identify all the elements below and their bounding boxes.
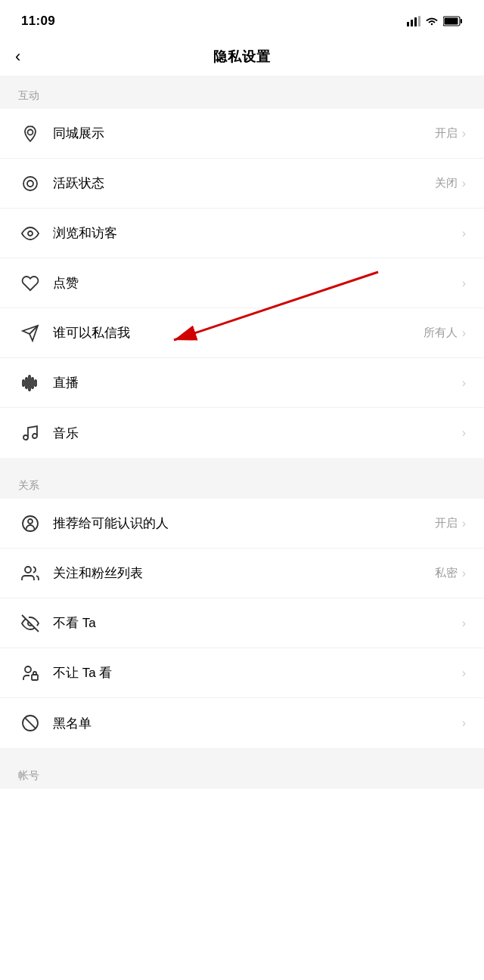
signal-icon xyxy=(407,16,420,26)
chevron-icon: › xyxy=(462,666,466,680)
sixin-label: 谁可以私信我 xyxy=(53,324,424,342)
battery-icon xyxy=(443,16,463,26)
huoyue-label: 活跃状态 xyxy=(53,175,435,192)
menu-item-tongcheng[interactable]: 同城展示 开启 › xyxy=(0,109,484,159)
svg-point-18 xyxy=(23,435,28,440)
menu-item-yinyue[interactable]: 音乐 › xyxy=(0,408,484,458)
svg-rect-14 xyxy=(26,378,27,388)
chevron-icon: › xyxy=(462,567,466,580)
svg-point-8 xyxy=(23,177,37,190)
svg-point-21 xyxy=(28,519,33,524)
chevron-icon: › xyxy=(462,277,466,290)
liulan-label: 浏览和访客 xyxy=(53,224,458,242)
bukan-label: 不看 Ta xyxy=(53,614,458,632)
page-title: 隐私设置 xyxy=(213,48,271,66)
zhibo-label: 直播 xyxy=(53,374,458,391)
menu-item-heimingdan[interactable]: 黑名单 › xyxy=(0,698,484,748)
person-lock-icon xyxy=(18,661,42,685)
burang-label: 不让 Ta 看 xyxy=(53,664,458,682)
music-icon xyxy=(18,421,42,445)
broadcast-icon xyxy=(18,371,42,395)
menu-item-guanzhu[interactable]: 关注和粉丝列表 私密 › xyxy=(0,549,484,598)
svg-rect-6 xyxy=(445,18,458,25)
guanzhu-label: 关注和粉丝列表 xyxy=(53,564,435,582)
yinyue-label: 音乐 xyxy=(53,425,458,442)
menu-item-sixin[interactable]: 谁可以私信我 所有人 › xyxy=(0,308,484,358)
huoyue-value: 关闭 xyxy=(435,176,458,190)
chevron-icon: › xyxy=(462,127,466,141)
tuijian-value: 开启 xyxy=(435,516,458,530)
bottom-section-label: 帐号 xyxy=(0,756,484,789)
svg-rect-16 xyxy=(32,378,33,388)
active-icon xyxy=(18,172,42,196)
svg-point-10 xyxy=(28,231,33,236)
menu-item-liulan[interactable]: 浏览和访客 › xyxy=(0,209,484,258)
menu-item-dianzan[interactable]: 点赞 › xyxy=(0,258,484,308)
svg-rect-3 xyxy=(418,16,420,26)
svg-rect-17 xyxy=(35,380,36,386)
eye-icon xyxy=(18,221,42,246)
chevron-icon: › xyxy=(462,517,466,530)
dianzan-label: 点赞 xyxy=(53,274,458,292)
persons-icon xyxy=(18,561,42,586)
sixin-value: 所有人 xyxy=(424,326,458,340)
section-label-guanxi: 关系 xyxy=(0,465,484,499)
menu-item-tuijian[interactable]: 推荐给可能认识的人 开启 › xyxy=(0,499,484,549)
menu-item-huoyue[interactable]: 活跃状态 关闭 › xyxy=(0,159,484,209)
status-bar: 11:09 xyxy=(0,0,484,38)
svg-line-27 xyxy=(25,718,36,728)
svg-point-19 xyxy=(33,434,37,438)
chevron-icon: › xyxy=(462,426,466,440)
svg-rect-13 xyxy=(23,380,24,386)
menu-list-guanxi: 推荐给可能认识的人 开启 › 关注和粉丝列表 私密 › xyxy=(0,499,484,748)
page-header: ‹ 隐私设置 xyxy=(0,38,484,76)
heimingdan-label: 黑名单 xyxy=(53,715,458,732)
svg-rect-0 xyxy=(407,22,409,26)
svg-point-9 xyxy=(27,181,33,187)
svg-rect-25 xyxy=(32,675,38,680)
back-button[interactable]: ‹ xyxy=(15,48,20,65)
chevron-icon: › xyxy=(462,376,466,390)
tongcheng-value: 开启 xyxy=(435,126,458,141)
section-divider xyxy=(0,458,484,465)
location-icon xyxy=(18,122,42,146)
status-icons xyxy=(407,16,463,26)
svg-rect-1 xyxy=(411,20,413,26)
person-circle-icon xyxy=(18,512,42,536)
chevron-icon: › xyxy=(462,716,466,730)
bottom-section-divider xyxy=(0,748,484,756)
guanzhu-value: 私密 xyxy=(435,566,458,580)
svg-point-7 xyxy=(28,129,33,134)
svg-point-22 xyxy=(25,567,31,573)
section-label-hudong: 互动 xyxy=(0,76,484,109)
menu-item-zhibo[interactable]: 直播 › xyxy=(0,358,484,408)
tongcheng-label: 同城展示 xyxy=(53,125,435,142)
svg-point-24 xyxy=(25,666,31,672)
eye-slash-icon xyxy=(18,611,42,635)
status-time: 11:09 xyxy=(21,14,55,29)
svg-rect-15 xyxy=(29,376,30,391)
svg-rect-2 xyxy=(414,17,417,26)
block-icon xyxy=(18,711,42,735)
menu-list-hudong: 同城展示 开启 › 活跃状态 关闭 › 浏览和访 xyxy=(0,109,484,458)
chevron-icon: › xyxy=(462,227,466,240)
tuijian-label: 推荐给可能认识的人 xyxy=(53,515,435,532)
menu-item-bukan[interactable]: 不看 Ta › xyxy=(0,598,484,648)
menu-item-burang[interactable]: 不让 Ta 看 › xyxy=(0,648,484,698)
chevron-icon: › xyxy=(462,177,466,190)
chevron-icon: › xyxy=(462,617,466,630)
svg-rect-5 xyxy=(461,19,462,23)
wifi-icon xyxy=(425,16,439,26)
heart-icon xyxy=(18,271,42,295)
message-icon xyxy=(18,321,42,345)
chevron-icon: › xyxy=(462,326,466,340)
